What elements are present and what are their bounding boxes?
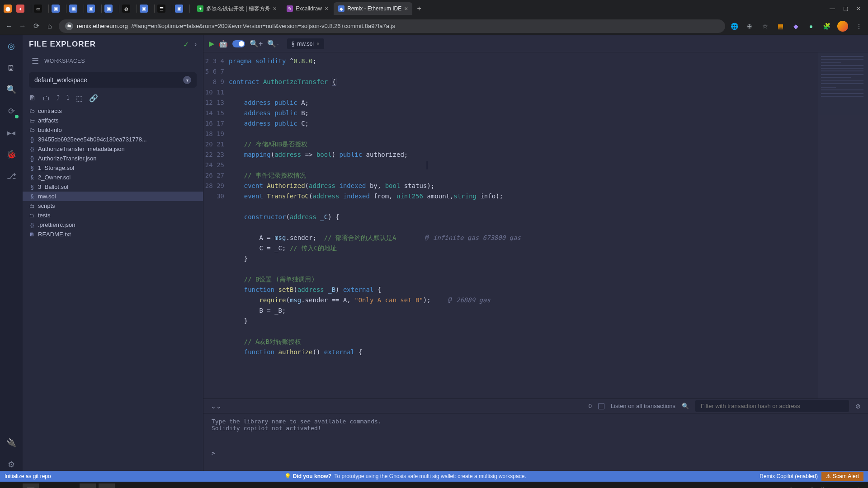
close-icon[interactable]: × bbox=[404, 5, 408, 12]
profile-avatar[interactable] bbox=[837, 21, 848, 32]
upload-icon[interactable]: ⤴ bbox=[56, 94, 60, 103]
file-mw-sol[interactable]: §mw.sol bbox=[23, 192, 203, 201]
maximize-icon[interactable]: ▢ bbox=[843, 5, 848, 12]
translate-icon[interactable]: 🌐 bbox=[730, 22, 739, 31]
download-icon[interactable]: ⤵ bbox=[66, 94, 70, 103]
app-icon-4[interactable]: ▣ bbox=[69, 5, 77, 13]
taskbar-obs[interactable]: ◐ bbox=[99, 483, 115, 488]
extensions-icon[interactable]: 🧩 bbox=[822, 22, 831, 31]
app-icon-1[interactable]: ♦ bbox=[16, 5, 24, 13]
deploy-icon[interactable]: ▸◂ bbox=[5, 127, 18, 139]
browser-tab-2[interactable]: ✎ Excalidraw × bbox=[282, 2, 333, 15]
git-icon[interactable]: ⎇ bbox=[5, 170, 18, 183]
taskbar-app-2[interactable]: ▣ bbox=[42, 483, 58, 488]
forward-icon[interactable]: → bbox=[18, 22, 27, 30]
copilot-status[interactable]: Remix Copilot (enabled) bbox=[760, 473, 818, 479]
terminal-prompt[interactable]: > bbox=[212, 450, 860, 456]
new-file-icon[interactable]: 🗎 bbox=[29, 94, 36, 103]
panel-title: FILE EXPLORER bbox=[29, 40, 96, 49]
collapse-terminal-icon[interactable]: ⌄⌄ bbox=[211, 403, 222, 410]
bookmark-icon[interactable]: ☆ bbox=[760, 22, 769, 31]
code-content[interactable]: pragma solidity ^0.8.0; contract Authori… bbox=[229, 52, 818, 399]
start-button[interactable]: ⊞ bbox=[4, 483, 20, 488]
browser-tab-1[interactable]: ✦ 多签名钱包开发 | 極客方舟 × bbox=[193, 2, 281, 15]
terminal-filter-input[interactable] bbox=[695, 400, 849, 412]
file-storage-sol[interactable]: §1_Storage.sol bbox=[23, 163, 203, 173]
file-ballot-sol[interactable]: §3_Ballot.sol bbox=[23, 182, 203, 192]
app-icon-3[interactable]: ▣ bbox=[52, 5, 60, 13]
terminal-bar: ⌄⌄ 0 Listen on all transactions 🔍 ⊘ bbox=[203, 399, 868, 413]
robot-icon[interactable]: 🤖 bbox=[219, 39, 228, 48]
ext-icon-1[interactable]: ▦ bbox=[776, 22, 785, 31]
listen-checkbox[interactable] bbox=[598, 403, 604, 409]
back-icon[interactable]: ← bbox=[5, 22, 14, 30]
terminal-output[interactable]: Type the library name to see available c… bbox=[203, 413, 868, 471]
minimize-icon[interactable]: — bbox=[830, 5, 835, 12]
app-icon-5[interactable]: ▣ bbox=[87, 5, 95, 13]
settings-icon[interactable]: ⚙ bbox=[5, 458, 18, 471]
app-icon-6[interactable]: ▣ bbox=[104, 5, 113, 13]
check-icon[interactable]: ✓ bbox=[183, 40, 189, 49]
reload-icon[interactable]: ⟳ bbox=[32, 22, 41, 30]
new-folder-icon[interactable]: 🗀 bbox=[42, 94, 50, 103]
folder-tests[interactable]: 🗀tests bbox=[23, 211, 203, 220]
plugin-icon[interactable]: 🔌 bbox=[5, 436, 18, 449]
folder-build-info[interactable]: 🗁build-info bbox=[23, 125, 203, 135]
folder-contracts[interactable]: 🗁contracts bbox=[23, 106, 203, 116]
folder-artifacts[interactable]: 🗁artifacts bbox=[23, 116, 203, 125]
browser-tab-3[interactable]: ◆ Remix - Ethereum IDE × bbox=[334, 2, 412, 15]
close-icon[interactable]: × bbox=[273, 5, 277, 12]
app-icon-8[interactable]: ▣ bbox=[140, 5, 148, 13]
zoom-in-icon[interactable]: 🔍+ bbox=[250, 39, 263, 48]
clear-terminal-icon[interactable]: ⊘ bbox=[855, 403, 861, 410]
new-tab-button[interactable]: + bbox=[413, 3, 425, 14]
editor-tab[interactable]: § mw.sol × bbox=[287, 38, 324, 49]
debugger-icon[interactable]: 🐞 bbox=[5, 148, 18, 161]
browser-tab-strip: ⬤ ♦ ▭ ▣ ▣ ▣ ▣ ◍ ▣ ☰ ▣ ✦ 多签名钱包开发 | 極客方舟 ×… bbox=[0, 0, 868, 17]
file-owner-sol[interactable]: §2_Owner.sol bbox=[23, 173, 203, 182]
terminal-line: Type the library name to see available c… bbox=[212, 418, 860, 425]
compiler-icon[interactable]: ⟳ bbox=[5, 105, 18, 117]
site-info-icon[interactable]: ⇆ bbox=[65, 22, 73, 30]
search-icon[interactable]: 🔍 bbox=[5, 83, 18, 96]
workspace-select[interactable]: default_workspace ▾ bbox=[29, 72, 197, 88]
app-icon-2[interactable]: ▭ bbox=[34, 5, 42, 13]
app-icon-9[interactable]: ☰ bbox=[157, 5, 165, 13]
minimap[interactable] bbox=[818, 52, 868, 399]
scam-alert-badge[interactable]: ⚠ Scam Alert bbox=[821, 472, 863, 481]
os-menu-icon[interactable]: ⬤ bbox=[4, 5, 12, 13]
git-init-button[interactable]: Initialize as git repo bbox=[5, 473, 51, 479]
run-icon[interactable]: ▶ bbox=[209, 39, 214, 48]
address-bar[interactable]: ⇆ remix.ethereum.org/#lang=en&optimize=f… bbox=[59, 19, 725, 33]
file-metadata-json[interactable]: {}AuthorizeTransfer_metadata.json bbox=[23, 144, 203, 154]
zoom-out-icon[interactable]: 🔍- bbox=[267, 39, 278, 48]
close-window-icon[interactable]: ✕ bbox=[856, 5, 861, 12]
file-explorer-icon[interactable]: 🗎 bbox=[5, 61, 18, 74]
taskbar-chrome[interactable]: ◉ bbox=[80, 483, 96, 488]
taskbar-app-3[interactable]: 🗀 bbox=[61, 483, 77, 488]
file-explorer-panel: FILE EXPLORER ✓ › ☰ WORKSPACES default_w… bbox=[23, 35, 203, 471]
search-terminal-icon[interactable]: 🔍 bbox=[682, 403, 689, 409]
folder-scripts[interactable]: 🗀scripts bbox=[23, 201, 203, 211]
ext-icon-2[interactable]: ◆ bbox=[791, 22, 800, 31]
link-icon[interactable]: 🔗 bbox=[89, 94, 98, 103]
app-icon-10[interactable]: ▣ bbox=[175, 5, 183, 13]
listen-label: Listen on all transactions bbox=[611, 403, 675, 409]
menu-icon[interactable]: ⋮ bbox=[854, 22, 863, 31]
taskbar-app-1[interactable]: ⌨ bbox=[23, 483, 39, 488]
file-abi-json[interactable]: {}AuthorizeTransfer.json bbox=[23, 154, 203, 163]
app-icon-7[interactable]: ◍ bbox=[122, 5, 130, 13]
file-build-json[interactable]: {}39455cb6925eee54b094c130ea731778... bbox=[23, 135, 203, 144]
file-readme[interactable]: 🗎README.txt bbox=[23, 230, 203, 239]
close-icon[interactable]: × bbox=[325, 5, 328, 12]
close-tab-icon[interactable]: × bbox=[316, 41, 320, 47]
expand-icon[interactable]: › bbox=[194, 40, 197, 49]
workspace-menu-icon[interactable]: ☰ bbox=[32, 56, 39, 66]
file-prettier[interactable]: {}.prettierrc.json bbox=[23, 220, 203, 230]
zoom-icon[interactable]: ⊕ bbox=[745, 22, 754, 31]
remix-logo-icon[interactable]: ◎ bbox=[5, 40, 18, 52]
cube-icon[interactable]: ⬚ bbox=[76, 94, 83, 103]
home-icon[interactable]: ⌂ bbox=[45, 22, 54, 30]
ext-icon-3[interactable]: ● bbox=[807, 22, 816, 31]
copilot-toggle[interactable] bbox=[232, 40, 245, 47]
